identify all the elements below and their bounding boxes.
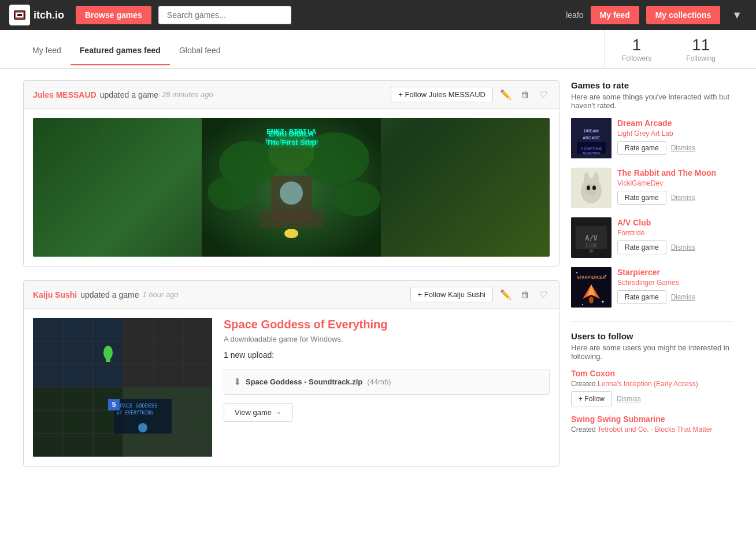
- svg-point-53: [587, 186, 590, 190]
- av-club-title[interactable]: A/V Club: [617, 217, 733, 228]
- follow-tom-coxon-button[interactable]: + Follow: [571, 391, 612, 406]
- stats-area: 1 Followers 11 Following: [604, 30, 733, 68]
- svg-point-60: [590, 250, 592, 252]
- card-2-game-desc: A downloadable game for Windows.: [224, 335, 550, 343]
- card-2-game-title[interactable]: Space Goddess of Everything: [224, 318, 550, 331]
- upload-size: (44mb): [367, 377, 391, 386]
- user-item-tom-coxon: Tom Coxon Created Lenna's Inception (Ear…: [571, 369, 733, 406]
- svg-text:5: 5: [112, 401, 116, 409]
- rate-rabbit-moon-button[interactable]: Rate game: [617, 191, 666, 205]
- edit-icon-button[interactable]: ✏️: [498, 87, 514, 102]
- card-2-header: Kaiju Sushi updated a game 1 hour ago + …: [24, 281, 559, 309]
- myfeed-button[interactable]: My feed: [591, 6, 639, 24]
- starpiercer-dev[interactable]: Schrodinger Games: [617, 279, 733, 287]
- card-2-timestamp: 1 hour ago: [142, 290, 178, 299]
- rabbit-moon-dev[interactable]: VickiGameDev: [617, 179, 733, 187]
- card-1-author[interactable]: Jules MESSAUD: [33, 90, 97, 99]
- svg-point-52: [585, 184, 597, 195]
- header: itch.io Browse games leafo My feed My co…: [0, 0, 756, 30]
- dismiss-tom-coxon-button[interactable]: Dismiss: [617, 395, 641, 403]
- delete-icon-button[interactable]: 🗑: [518, 87, 532, 102]
- svg-text:ADVENTURE: ADVENTURE: [582, 151, 601, 155]
- logo-text: itch.io: [34, 9, 64, 21]
- heart-icon-button-2[interactable]: ♡: [537, 287, 550, 302]
- dream-arcade-actions: Rate game Dismiss: [617, 141, 733, 155]
- card-2-upload-label: 1 new upload:: [224, 350, 550, 360]
- rate-av-club-button[interactable]: Rate game: [617, 240, 666, 254]
- header-dropdown-button[interactable]: ▼: [727, 7, 747, 24]
- download-icon: ⬇: [234, 376, 241, 387]
- card-2-action: updated a game: [80, 290, 139, 299]
- edit-icon-button-2[interactable]: ✏️: [498, 287, 514, 302]
- svg-point-66: [605, 275, 606, 276]
- logo[interactable]: itch.io: [9, 5, 64, 25]
- browse-games-button[interactable]: Browse games: [76, 6, 151, 24]
- tab-featured-games-feed[interactable]: Featured games feed: [71, 34, 170, 65]
- svg-point-65: [576, 272, 577, 273]
- view-game-2-button[interactable]: View game →: [224, 403, 292, 422]
- lenna-inception-link[interactable]: Lenna's Inception (Early Access): [598, 380, 698, 388]
- svg-text:A CHIPTUNE: A CHIPTUNE: [581, 147, 602, 150]
- upload-file-box: ⬇ Space Goddess - Soundtrack.zip (44mb): [224, 369, 550, 395]
- following-count: 11: [692, 36, 710, 54]
- heart-icon-button[interactable]: ♡: [537, 87, 550, 102]
- card-2-info: Space Goddess of Everything A downloadab…: [224, 318, 550, 457]
- rabbit-moon-title[interactable]: The Rabbit and The Moon: [617, 168, 733, 178]
- user-item-swing-submarine: Swing Swing Submarine Created Tetrobot a…: [571, 414, 733, 434]
- upload-filename: Space Goddess - Soundtrack.zip: [246, 377, 362, 386]
- svg-rect-20: [123, 318, 212, 387]
- users-to-follow-desc: Here are some users you might be interes…: [571, 343, 733, 361]
- games-to-rate-desc: Here are some things you've interacted w…: [571, 92, 733, 110]
- dismiss-dream-arcade-button[interactable]: Dismiss: [671, 144, 695, 152]
- rate-starpiercer-button[interactable]: Rate game: [617, 290, 666, 304]
- card-2-body: SPACE GODDESS of EVERYTHING 5 Spa: [24, 309, 559, 466]
- dream-arcade-title[interactable]: Dream Arcade: [617, 118, 733, 128]
- tab-global-feed[interactable]: Global feed: [170, 34, 230, 65]
- svg-point-51: [593, 172, 599, 186]
- rabbit-moon-thumb: [571, 168, 612, 208]
- card-2-author[interactable]: Kaiju Sushi: [33, 290, 77, 299]
- av-club-dev[interactable]: Forstride: [617, 229, 733, 237]
- svg-point-50: [584, 172, 590, 186]
- delete-icon-button-2[interactable]: 🗑: [518, 287, 532, 302]
- mycollections-button[interactable]: My collections: [646, 6, 720, 24]
- dismiss-rabbit-moon-button[interactable]: Dismiss: [671, 194, 695, 202]
- dismiss-starpiercer-button[interactable]: Dismiss: [671, 293, 695, 301]
- tab-my-feed[interactable]: My feed: [23, 34, 71, 65]
- svg-text:The First Step: The First Step: [265, 138, 318, 145]
- tom-coxon-created: Created Lenna's Inception (Early Access): [571, 380, 733, 388]
- tabs-bar: My feed Featured games feed Global feed …: [0, 30, 756, 69]
- followers-label: Followers: [622, 54, 651, 62]
- swing-submarine-name[interactable]: Swing Swing Submarine: [571, 414, 733, 424]
- follow-jules-button[interactable]: + Follow Jules MESSAUD: [391, 87, 493, 102]
- tom-coxon-created-text: Created: [571, 380, 596, 388]
- svg-rect-14: [288, 229, 295, 237]
- logo-icon: [9, 5, 30, 25]
- follow-kaiju-button[interactable]: + Follow Kaiju Sushi: [410, 287, 493, 302]
- feed-card-1: Jules MESSAUD updated a game 28 minutes …: [23, 80, 559, 266]
- dismiss-av-club-button[interactable]: Dismiss: [671, 243, 695, 251]
- starpiercer-actions: Rate game Dismiss: [617, 290, 733, 304]
- rate-item-dream-arcade: DREAM ARCADE A CHIPTUNE ADVENTURE Dream …: [571, 118, 733, 158]
- tetrobot-link[interactable]: Tetrobot and Co.: [598, 425, 649, 434]
- tom-coxon-name[interactable]: Tom Coxon: [571, 369, 733, 378]
- main-layout: Jules MESSAUD updated a game 28 minutes …: [0, 69, 756, 492]
- svg-point-69: [589, 297, 594, 303]
- search-input[interactable]: [158, 6, 291, 24]
- card-1-timestamp: 28 minutes ago: [162, 90, 213, 99]
- svg-rect-21: [33, 387, 123, 457]
- rate-dream-arcade-button[interactable]: Rate game: [617, 141, 666, 155]
- users-to-follow-title: Users to follow: [571, 331, 733, 341]
- card-1-body: ENKI DIDILA The First Step ENKI DIDILA -…: [24, 109, 559, 266]
- games-to-rate-title: Games to rate: [571, 80, 733, 90]
- svg-text:CLUB: CLUB: [585, 243, 596, 249]
- svg-point-39: [138, 423, 147, 432]
- av-club-actions: Rate game Dismiss: [617, 240, 733, 254]
- blocks-that-matter-link[interactable]: Blocks That Matter: [655, 425, 713, 434]
- card-1-actions: + Follow Jules MESSAUD ✏️ 🗑 ♡: [391, 87, 550, 102]
- svg-point-9: [207, 176, 254, 210]
- card-1-header: Jules MESSAUD updated a game 28 minutes …: [24, 81, 559, 109]
- starpiercer-title[interactable]: Starpiercer: [617, 267, 733, 277]
- dream-arcade-dev[interactable]: Light Grey Art Lab: [617, 129, 733, 138]
- feed-column: Jules MESSAUD updated a game 28 minutes …: [23, 80, 571, 480]
